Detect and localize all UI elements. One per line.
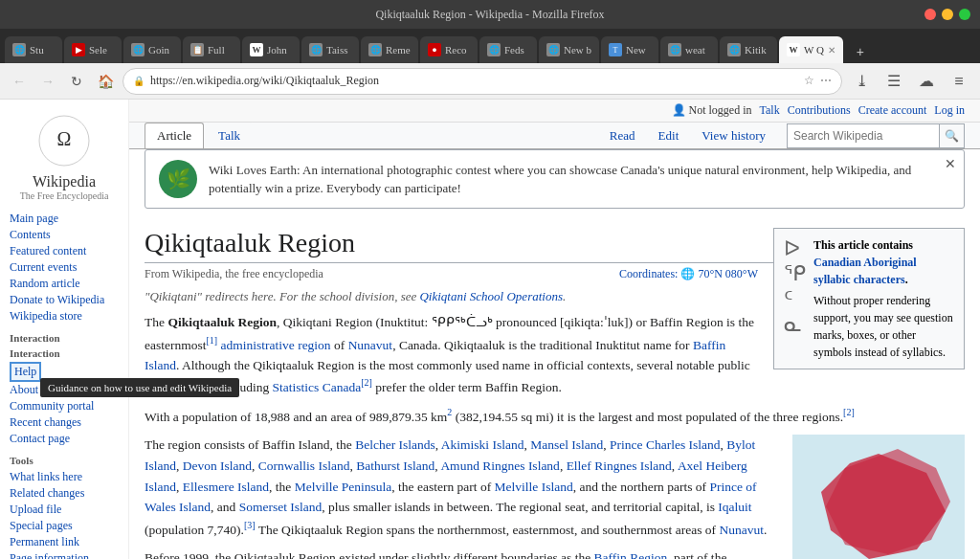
- sidebar-item-random[interactable]: Random article: [10, 276, 119, 292]
- sidebar-item-contact[interactable]: Contact page: [10, 431, 119, 447]
- window-controls[interactable]: [924, 9, 970, 20]
- tab-favicon-1: ▶: [72, 43, 85, 56]
- sidebar-item-related-changes[interactable]: Related changes: [10, 485, 119, 502]
- syllabics-title: This article contains Canadian Aborigina…: [813, 236, 954, 288]
- search-box: 🔍: [787, 123, 965, 148]
- amund-link[interactable]: Amund Ringnes Island: [440, 458, 560, 473]
- tab-10[interactable]: TNew: [601, 36, 658, 63]
- sidebar-item-community[interactable]: Community portal: [10, 398, 119, 414]
- prince-charles-link[interactable]: Prince Charles Island: [610, 437, 720, 452]
- create-account-link[interactable]: Create account: [858, 103, 927, 118]
- tab-11[interactable]: 🌐weat: [660, 36, 718, 63]
- sidebar-item-what-links[interactable]: What links here: [10, 469, 119, 485]
- sync-icon[interactable]: ☁: [913, 68, 940, 95]
- tab-view-history[interactable]: View history: [692, 123, 775, 148]
- back-button[interactable]: ←: [8, 70, 31, 93]
- nav-bar: ← → ↻ 🏠 🔒 https://en.wikipedia.org/wiki/…: [0, 63, 980, 100]
- tab-5[interactable]: 🌐Taiss: [301, 36, 359, 63]
- tab-0[interactable]: 🌐Stu: [5, 36, 62, 63]
- tab-4[interactable]: WJohn: [242, 36, 300, 63]
- downloads-icon[interactable]: ⤓: [848, 68, 875, 95]
- tab-favicon-6: 🌐: [368, 43, 382, 56]
- tab-close-13[interactable]: ✕: [828, 45, 835, 56]
- sidebar-item-page-info[interactable]: Page information: [10, 550, 119, 559]
- banner-close-button[interactable]: ✕: [945, 156, 956, 172]
- menu-icon[interactable]: ⋯: [820, 74, 832, 88]
- bathurst-link[interactable]: Bathurst Island: [356, 458, 434, 473]
- akimiski-link[interactable]: Akimiski Island: [441, 437, 524, 452]
- sidebar-item-main-page[interactable]: Main page: [10, 211, 119, 227]
- admin-region-link[interactable]: administrative region: [221, 337, 331, 351]
- somerset-link[interactable]: Somerset Island: [239, 500, 323, 514]
- window-title: Qikiqtaaluk Region - Wikipedia - Mozilla…: [375, 8, 604, 22]
- nunavut-link[interactable]: Nunavut: [348, 337, 393, 351]
- reload-button[interactable]: ↻: [65, 70, 88, 93]
- sidebar-item-featured[interactable]: Featured content: [10, 243, 119, 259]
- contributions-link[interactable]: Contributions: [788, 103, 851, 118]
- tab-label-1: Sele: [89, 44, 107, 56]
- devon-link[interactable]: Devon Island: [183, 458, 252, 473]
- tab-8[interactable]: 🌐Feds: [479, 36, 537, 63]
- tab-article[interactable]: Article: [145, 123, 204, 148]
- aboriginal-link[interactable]: Canadian Aboriginal syllabic characters: [813, 256, 917, 286]
- tab-read[interactable]: Read: [600, 123, 645, 148]
- sidebar-item-store[interactable]: Wikipedia store: [10, 308, 119, 324]
- tab-12[interactable]: 🌐Kitik: [720, 36, 777, 63]
- ellesmere-link[interactable]: Ellesmere Island: [183, 480, 269, 494]
- tab-edit[interactable]: Edit: [649, 123, 689, 148]
- redirect-link[interactable]: Qikiqtani School Operations: [419, 289, 563, 303]
- tab-talk[interactable]: Talk: [206, 123, 253, 148]
- log-in-link[interactable]: Log in: [934, 103, 965, 118]
- tab-3[interactable]: 📋Full: [183, 36, 240, 63]
- sidebar-item-special-pages[interactable]: Special pages: [10, 518, 119, 534]
- minimize-button[interactable]: [942, 9, 953, 20]
- sidebar-item-current-events[interactable]: Current events: [10, 259, 119, 276]
- iqaluit-link[interactable]: Iqaluit: [718, 500, 751, 514]
- sidebar-item-help[interactable]: Help: [10, 362, 41, 382]
- tab-13[interactable]: WW Q✕: [779, 36, 843, 63]
- baffin-region-link[interactable]: Baffin Region: [594, 550, 668, 559]
- coordinates[interactable]: Coordinates: 🌐 70°N 080°W: [619, 267, 758, 281]
- tab-favicon-5: 🌐: [309, 43, 323, 56]
- new-tab-button[interactable]: +: [849, 40, 872, 63]
- main-content: 👤 Not logged in Talk Contributions Creat…: [129, 100, 980, 559]
- tab-2[interactable]: 🌐Goin: [123, 36, 181, 63]
- melville-island-link[interactable]: Melville Island: [495, 480, 573, 494]
- sidebar-toggle[interactable]: ☰: [880, 68, 907, 95]
- tab-7[interactable]: ●Reco: [420, 36, 478, 63]
- cornwallis-link[interactable]: Cornwallis Island: [258, 458, 350, 473]
- tab-favicon-9: 🌐: [546, 43, 560, 56]
- interaction-heading-text: Interaction: [10, 347, 119, 359]
- ellef-link[interactable]: Ellef Ringnes Island: [567, 458, 672, 473]
- talk-link[interactable]: Talk: [760, 103, 780, 118]
- sidebar-item-recent-changes[interactable]: Recent changes: [10, 414, 119, 431]
- menu-button[interactable]: ≡: [946, 68, 972, 95]
- close-button[interactable]: [924, 9, 936, 20]
- syllabics-symbol: ᐅᕿᑦᓇ: [784, 236, 806, 338]
- syllabics-text: This article contains Canadian Aborigina…: [813, 236, 954, 361]
- tab-favicon-12: 🌐: [727, 43, 741, 56]
- stats-canada-link[interactable]: Statistics Canada: [273, 380, 362, 394]
- sidebar-item-upload-file[interactable]: Upload file: [10, 502, 119, 518]
- tooltip-text: Guidance on how to use and edit Wikipedi…: [48, 382, 232, 393]
- tab-9[interactable]: 🌐New b: [539, 36, 599, 63]
- address-bar[interactable]: 🔒 https://en.wikipedia.org/wiki/Qikiqtaa…: [122, 68, 842, 95]
- syllabics-box: ᐅᕿᑦᓇ This article contains Canadian Abor…: [773, 228, 965, 369]
- sidebar-item-contents[interactable]: Contents: [10, 227, 119, 243]
- sidebar-nav: Main page Contents Featured content Curr…: [10, 211, 119, 324]
- redirect-note-text: Qikiqtani" redirects here. For the schoo…: [149, 289, 419, 303]
- maximize-button[interactable]: [959, 9, 970, 20]
- search-button[interactable]: 🔍: [940, 123, 965, 148]
- forward-button[interactable]: →: [36, 70, 59, 93]
- search-input[interactable]: [787, 123, 940, 148]
- tab-6[interactable]: 🌐Reme: [361, 36, 418, 63]
- belcher-link[interactable]: Belcher Islands: [355, 437, 435, 452]
- nunavut-link2[interactable]: Nunavut: [719, 522, 764, 536]
- sidebar-item-donate[interactable]: Donate to Wikipedia: [10, 292, 119, 308]
- sidebar-item-permanent-link[interactable]: Permanent link: [10, 534, 119, 550]
- melville-pen-link[interactable]: Melville Peninsula: [295, 480, 392, 494]
- home-button[interactable]: 🏠: [94, 70, 117, 93]
- mansel-link[interactable]: Mansel Island: [530, 437, 603, 452]
- bookmark-icon[interactable]: ☆: [804, 74, 814, 88]
- tab-1[interactable]: ▶Sele: [64, 36, 122, 63]
